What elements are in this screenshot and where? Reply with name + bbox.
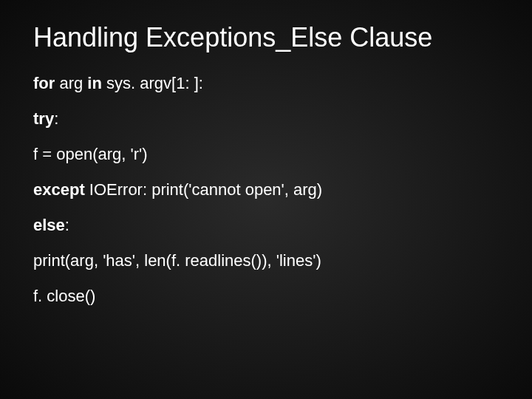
- code-line-7: f. close(): [33, 287, 499, 306]
- code-text: f = open(arg, 'r'): [33, 145, 148, 163]
- keyword-else: else: [33, 216, 65, 234]
- code-text: arg: [55, 74, 87, 92]
- keyword-except: except: [33, 180, 85, 199]
- keyword-in: in: [87, 74, 102, 92]
- code-text: sys. argv[1: ]:: [102, 74, 203, 92]
- code-text: :: [54, 109, 58, 128]
- keyword-try: try: [33, 109, 54, 128]
- keyword-for: for: [33, 74, 55, 92]
- code-line-5: else:: [33, 216, 499, 235]
- slide-title: Handling Exceptions_Else Clause: [33, 22, 499, 53]
- code-line-1: for arg in sys. argv[1: ]:: [33, 74, 499, 93]
- code-line-4: except IOError: print('cannot open', arg…: [33, 180, 499, 200]
- code-line-2: try:: [33, 109, 499, 129]
- code-line-6: print(arg, 'has', len(f. readlines()), '…: [33, 251, 499, 270]
- slide-container: Handling Exceptions_Else Clause for arg …: [0, 0, 532, 399]
- code-line-3: f = open(arg, 'r'): [33, 145, 499, 164]
- code-text: print(arg, 'has', len(f. readlines()), '…: [33, 251, 321, 270]
- code-text: f. close(): [33, 287, 95, 305]
- code-text: IOError: print('cannot open', arg): [85, 180, 322, 199]
- code-text: :: [65, 216, 69, 234]
